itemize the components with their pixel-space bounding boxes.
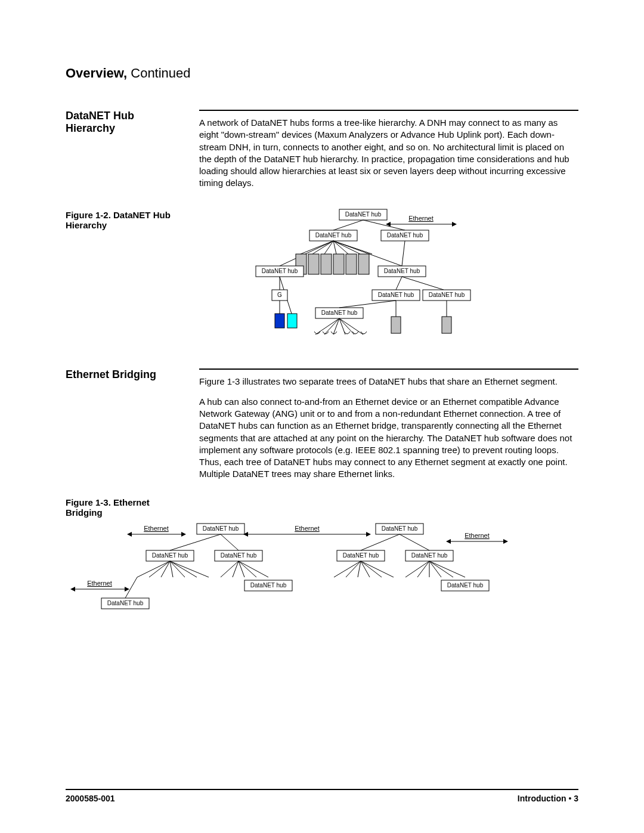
fig-1-3-caption: Figure 1-3. Ethernet Bridging [66, 497, 185, 518]
svg-text:Ethernet: Ethernet [87, 580, 112, 587]
svg-line-27 [402, 241, 405, 266]
footer-docnum: 2000585-001 [66, 794, 115, 803]
svg-text:DataNET hub: DataNET hub [343, 552, 379, 559]
svg-line-2 [333, 220, 363, 230]
svg-text:DataNET hub: DataNET hub [321, 309, 358, 316]
rule-2 [199, 368, 578, 370]
heading-hierarchy: DataNET Hub Hierarchy [66, 110, 185, 135]
svg-line-92 [361, 534, 400, 550]
device-row [296, 254, 369, 274]
svg-line-3 [363, 220, 405, 230]
svg-line-68 [221, 534, 239, 550]
svg-text:DataNET hub: DataNET hub [221, 552, 257, 559]
svg-text:Ethernet: Ethernet [295, 525, 320, 532]
svg-text:DataNET hub: DataNET hub [378, 292, 414, 298]
section-bridging: Ethernet Bridging Figure 1-3 illustrates… [66, 368, 578, 481]
hub-label: DataNET hub [345, 211, 382, 218]
para-bridging-2: A hub can also connect to-and-from an Et… [199, 396, 578, 481]
svg-line-87 [125, 577, 137, 598]
svg-rect-38 [275, 314, 284, 328]
page: Overview, Continued DataNET Hub Hierarch… [0, 0, 644, 833]
svg-line-29 [402, 277, 444, 290]
para-bridging-1: Figure 1-3 illustrates two separate tree… [199, 376, 578, 388]
svg-text:DataNET hub: DataNET hub [387, 232, 423, 239]
svg-line-69 [137, 561, 170, 577]
footer-right: Introduction • 3 [518, 794, 578, 803]
page-title: Overview, Continued [66, 66, 578, 81]
svg-line-104 [429, 561, 453, 577]
g-label: G [277, 292, 282, 298]
svg-line-100 [405, 561, 429, 577]
fan-bottom-center [314, 318, 367, 335]
svg-rect-21 [346, 254, 357, 274]
svg-rect-52 [442, 317, 451, 333]
svg-line-14 [333, 241, 360, 254]
svg-text:DataNET hub: DataNET hub [384, 268, 420, 274]
svg-text:DataNET hub: DataNET hub [411, 552, 448, 559]
fig-1-3-svg: Ethernet DataNET hub Ethernet DataNET hu… [66, 518, 578, 625]
svg-line-93 [400, 534, 429, 550]
rule [199, 110, 578, 111]
fig-1-2-caption: Figure 1-2. DataNET Hub Hierarchy [66, 210, 185, 230]
svg-line-70 [149, 561, 170, 577]
fig-1-2-svg: DataNET hub Ethernet DataNET hub DataNET… [199, 206, 515, 349]
svg-line-10 [312, 241, 333, 254]
svg-line-47 [339, 318, 354, 335]
svg-text:DataNET hub: DataNET hub [152, 552, 188, 559]
title-continued: Continued [127, 66, 190, 80]
page-footer: 2000585-001 Introduction • 3 [66, 789, 578, 803]
svg-line-43 [315, 318, 339, 335]
svg-line-98 [361, 561, 382, 577]
footer-page: 3 [574, 794, 578, 803]
svg-line-74 [170, 561, 197, 577]
svg-rect-39 [287, 314, 297, 328]
svg-line-67 [170, 534, 221, 550]
svg-rect-18 [308, 254, 319, 274]
svg-line-101 [417, 561, 429, 577]
svg-text:DataNET hub: DataNET hub [382, 525, 418, 532]
title-main: Overview, [66, 66, 127, 80]
svg-line-42 [339, 301, 396, 308]
svg-text:DataNET hub: DataNET hub [262, 268, 298, 274]
svg-text:DataNET hub: DataNET hub [250, 582, 287, 589]
svg-text:DataNET hub: DataNET hub [107, 600, 144, 606]
heading-bridging: Ethernet Bridging [66, 368, 185, 381]
para-hierarchy: A network of DataNET hubs forms a tree-l… [199, 117, 578, 190]
section-hierarchy: DataNET Hub Hierarchy A network of DataN… [66, 110, 578, 190]
svg-line-99 [361, 561, 394, 577]
svg-rect-19 [321, 254, 332, 274]
svg-text:DataNET hub: DataNET hub [203, 525, 239, 532]
svg-text:DataNET hub: DataNET hub [429, 292, 465, 298]
svg-line-75 [170, 561, 209, 577]
svg-line-105 [429, 561, 465, 577]
footer-section: Introduction [518, 794, 566, 803]
svg-rect-50 [391, 317, 401, 333]
footer-bullet: • [566, 794, 574, 803]
figure-1-3: Figure 1-3. Ethernet Bridging Ethernet D… [66, 497, 578, 627]
svg-text:Ethernet: Ethernet [465, 532, 490, 539]
ethernet-label: Ethernet [408, 215, 434, 222]
figure-1-2: Figure 1-2. DataNET Hub Hierarchy DataNE… [66, 206, 578, 352]
svg-rect-20 [333, 254, 344, 274]
svg-rect-22 [358, 254, 369, 274]
svg-line-94 [334, 561, 361, 577]
svg-text:DataNET hub: DataNET hub [447, 582, 484, 589]
svg-line-28 [396, 277, 402, 290]
svg-text:DataNET hub: DataNET hub [315, 232, 352, 239]
svg-text:Ethernet: Ethernet [144, 525, 169, 532]
svg-line-9 [301, 241, 333, 254]
svg-line-48 [339, 318, 363, 335]
svg-line-44 [324, 318, 339, 335]
